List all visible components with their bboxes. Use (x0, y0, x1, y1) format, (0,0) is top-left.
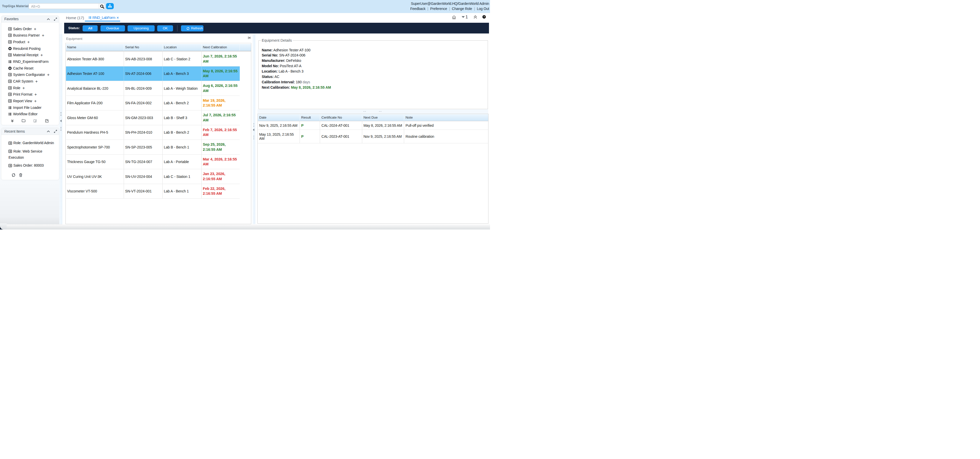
svg-text:?: ? (484, 16, 485, 18)
